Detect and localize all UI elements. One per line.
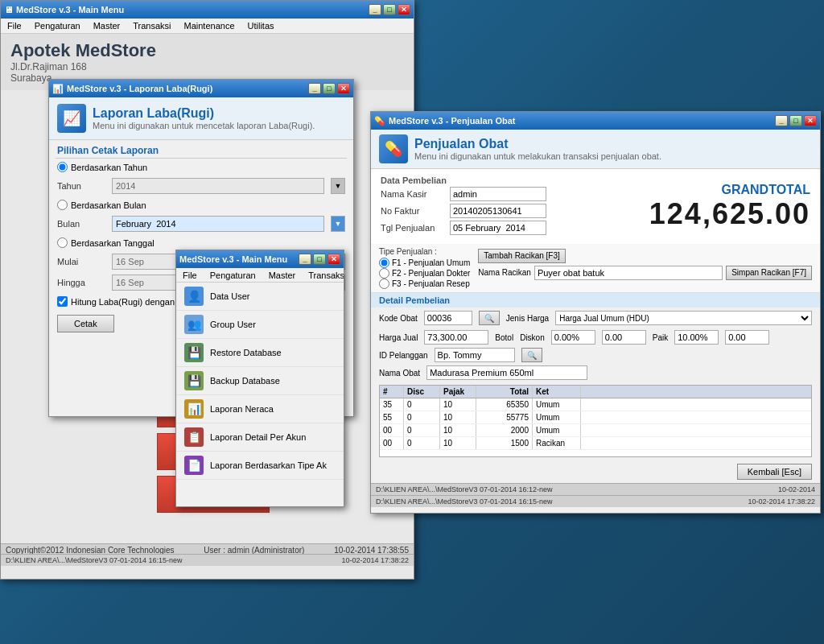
- penjualan-header: 💊 Penjualan Obat Menu ini digunakan untu…: [371, 130, 820, 169]
- tahun-input[interactable]: [112, 178, 324, 194]
- menu-utilitas[interactable]: Utilitas: [245, 20, 278, 31]
- nama-obat-row: Nama Obat: [371, 364, 820, 382]
- minimize-button[interactable]: _: [369, 4, 381, 15]
- id-pelanggan-input[interactable]: [435, 348, 515, 362]
- diskon-pct-input[interactable]: [551, 330, 595, 345]
- penjualan-close[interactable]: ✕: [804, 115, 817, 126]
- jenis-harga-label: Jenis Harga: [506, 314, 549, 323]
- radio-f3[interactable]: [379, 279, 389, 289]
- penjualan-minimize[interactable]: _: [775, 115, 788, 126]
- backup-db-icon: 💾: [184, 371, 204, 390]
- laporan-header: 📈 Laporan Laba(Rugi) Menu ini digunakan …: [49, 97, 353, 140]
- penjualan-window: 💊 MedStore v.3 - Penjualan Obat _ □ ✕ 💊 …: [370, 111, 821, 514]
- penjualan-status-1: D:\KLIEN AREA\...\MedStoreV3 07-01-2014 …: [371, 483, 820, 495]
- tahun-dropdown-arrow[interactable]: ▼: [331, 178, 345, 194]
- laporan-detail-label: Laporan Detail Per Akun: [210, 432, 306, 442]
- penjualan-maximize[interactable]: □: [789, 115, 802, 126]
- kode-obat-input[interactable]: [424, 311, 472, 325]
- radio-f1[interactable]: [379, 258, 389, 268]
- menu-laporan-neraca[interactable]: 📊 Laporan Neraca: [176, 395, 344, 423]
- tambah-racikan-button[interactable]: Tambah Racikan [F3]: [478, 249, 566, 263]
- mulai-label: Mulai: [57, 257, 105, 266]
- no-faktur-input[interactable]: [450, 204, 546, 218]
- jenis-harga-select[interactable]: Harga Jual Umum (HDU): [555, 311, 812, 325]
- harga-jual-input[interactable]: [424, 330, 488, 345]
- apotek-address: Jl.Dr.Rajiman 168: [10, 61, 404, 72]
- laporan-minimize[interactable]: _: [308, 83, 321, 94]
- table-row: 35 0 10 65350 Umum: [380, 398, 811, 411]
- paik-label: Paik: [653, 333, 668, 342]
- laporan-tipe-icon: 📄: [184, 456, 204, 475]
- radio-tanggal[interactable]: [57, 237, 68, 248]
- restore-db-label: Restore Database: [210, 348, 282, 357]
- close-button[interactable]: ✕: [398, 4, 410, 15]
- nama-kasir-label: Nama Kasir: [381, 189, 445, 199]
- sm-transaksi[interactable]: Transaksi: [305, 270, 344, 280]
- penjualan-heading: Penjualan Obat: [414, 137, 661, 151]
- cetak-button[interactable]: Cetak: [57, 315, 114, 332]
- main-window-title: 🖥 MedStore v.3 - Main Menu: [4, 5, 124, 14]
- laporan-subtitle: Menu ini digunakan untuk mencetak lapora…: [93, 121, 315, 130]
- racikan-area: Tambah Racikan [F3] Nama Racikan Simpan …: [478, 247, 812, 289]
- nama-racikan-input[interactable]: [534, 266, 723, 280]
- small-menu-maximize[interactable]: □: [313, 254, 326, 265]
- menu-laporan-tipe[interactable]: 📄 Laporan Berdasarkan Tipe Ak: [176, 452, 344, 480]
- menu-data-user[interactable]: 👤 Data User: [176, 283, 344, 311]
- radio-f2[interactable]: [379, 268, 389, 279]
- menu-transaksi[interactable]: Transaksi: [130, 20, 174, 31]
- botol-label: Botol: [495, 333, 513, 342]
- kode-obat-label: Kode Obat: [379, 314, 418, 323]
- laporan-tipe-label: Laporan Berdasarkan Tipe Ak: [210, 460, 327, 470]
- bulan-input[interactable]: [112, 216, 324, 232]
- harga-jual-label: Harga Jual: [379, 333, 418, 342]
- paik-amt-input[interactable]: [725, 330, 769, 345]
- search-pelanggan-button[interactable]: 🔍: [521, 348, 542, 362]
- tahun-label: Tahun: [57, 181, 105, 191]
- hingga-label: Hingga: [57, 278, 105, 287]
- menu-file[interactable]: File: [4, 20, 25, 31]
- radio-tahun-group: Berdasarkan Tahun: [49, 159, 353, 175]
- sm-master[interactable]: Master: [266, 270, 299, 280]
- kembali-button[interactable]: Kembali [Esc]: [737, 464, 812, 480]
- table-row: 55 0 10 55775 Umum: [380, 411, 811, 424]
- main-menubar: File Pengaturan Master Transaksi Mainten…: [1, 19, 414, 34]
- small-menu-titlebar[interactable]: MedStore v.3 - Main Menu _ □ ✕: [176, 250, 344, 268]
- penjualan-subtitle: Menu ini digunakan untuk melakukan trans…: [414, 151, 661, 161]
- small-menu-close[interactable]: ✕: [328, 254, 340, 265]
- tipe-penjualan-area: Tipe Penjualan : F1 - Penjualan Umum F2 …: [379, 247, 470, 289]
- nama-kasir-input[interactable]: [450, 187, 546, 201]
- menu-restore-db[interactable]: 💾 Restore Database: [176, 339, 344, 367]
- col-ket-header: Ket: [533, 386, 581, 398]
- status-date-1: 10-02-2014: [778, 485, 815, 493]
- search-button[interactable]: 🔍: [479, 311, 500, 325]
- radio-tahun[interactable]: [57, 162, 68, 172]
- apotek-title: Apotek MedStore: [10, 40, 404, 61]
- diskon-amt-input[interactable]: [602, 330, 646, 345]
- penjualan-titlebar[interactable]: 💊 MedStore v.3 - Penjualan Obat _ □ ✕: [371, 112, 820, 130]
- tgl-penjualan-input[interactable]: [450, 221, 546, 235]
- radio-bulan[interactable]: [57, 200, 68, 210]
- laporan-maximize[interactable]: □: [323, 83, 336, 94]
- laporan-titlebar[interactable]: 📊 MedStore v.3 - Laporan Laba(Rugi) _ □ …: [49, 80, 353, 97]
- main-window-titlebar[interactable]: 🖥 MedStore v.3 - Main Menu _ □ ✕: [1, 1, 414, 19]
- menu-group-user[interactable]: 👥 Group User: [176, 311, 344, 339]
- detail-form: Kode Obat 🔍 Jenis Harga Harga Jual Umum …: [371, 308, 820, 328]
- sm-pengaturan[interactable]: Pengaturan: [207, 270, 259, 280]
- simpan-racikan-button[interactable]: Simpan Racikan [F7]: [726, 266, 812, 280]
- bulan-label: Bulan: [57, 219, 105, 229]
- status-date-2: 10-02-2014 17:38:22: [341, 556, 409, 564]
- maximize-button[interactable]: □: [383, 4, 396, 15]
- nama-obat-input[interactable]: [426, 365, 587, 380]
- laporan-close[interactable]: ✕: [337, 83, 350, 94]
- small-menu-minimize[interactable]: _: [299, 254, 311, 265]
- col-num-header: #: [380, 386, 404, 398]
- menu-maintenance[interactable]: Maintenance: [181, 20, 238, 31]
- paik-pct-input[interactable]: [674, 330, 719, 345]
- sm-file[interactable]: File: [179, 270, 200, 280]
- bulan-dropdown-arrow[interactable]: ▼: [331, 216, 345, 232]
- pajak-checkbox[interactable]: [57, 296, 68, 307]
- menu-pengaturan[interactable]: Pengaturan: [31, 20, 84, 31]
- menu-laporan-detail[interactable]: 📋 Laporan Detail Per Akun: [176, 423, 344, 452]
- menu-master[interactable]: Master: [90, 20, 124, 31]
- menu-backup-db[interactable]: 💾 Backup Database: [176, 367, 344, 395]
